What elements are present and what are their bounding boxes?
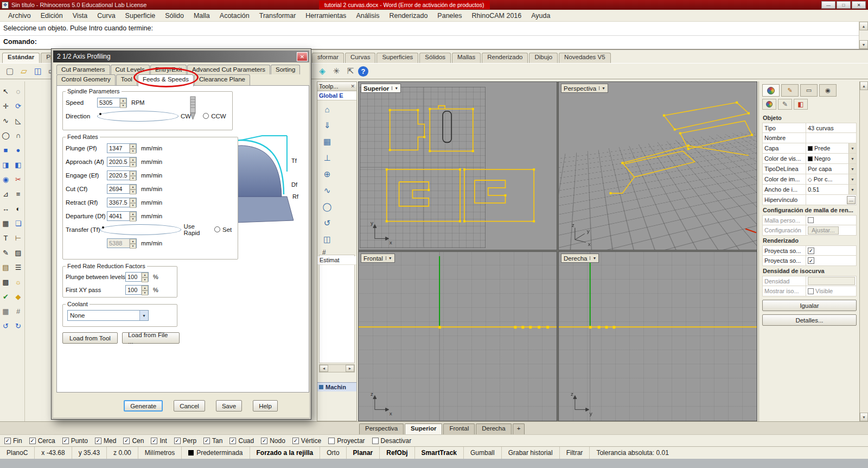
osnap-item[interactable]: Int (151, 437, 167, 445)
menu-ayuda[interactable]: Ayuda (526, 11, 555, 21)
new-file-icon[interactable]: ▢ (3, 65, 16, 78)
object-properties-icon[interactable] (762, 99, 776, 110)
viewport-title-superior[interactable]: Superior▼ (361, 84, 401, 93)
osnap-item[interactable]: Proyectar (328, 437, 365, 445)
material-icon[interactable]: ◈ (316, 65, 329, 78)
osnap-checkbox[interactable] (4, 438, 11, 444)
dialog-tab-cut-parameters[interactable]: Cut Parameters (56, 65, 110, 74)
trim-icon[interactable]: ✂ (12, 174, 24, 185)
tab-estandar[interactable]: Estándar (2, 53, 40, 63)
fillet-icon[interactable]: ⊿ (0, 188, 11, 200)
feed-rate-input[interactable]: 2694▲▼ (107, 184, 137, 194)
menu-herramientas[interactable]: Herramientas (301, 11, 351, 21)
toolpath-hscrollbar[interactable]: ◄ ► (319, 364, 355, 372)
curve-geometry[interactable] (387, 106, 534, 222)
detalles-button[interactable]: Detalles... (762, 314, 857, 326)
menu-transformar[interactable]: Transformar (254, 11, 301, 21)
spinner-arrows[interactable]: ▲▼ (129, 157, 136, 166)
circle-icon[interactable]: ◯ (0, 130, 11, 141)
help-icon[interactable]: ? (358, 66, 368, 77)
spinner-arrows[interactable]: ▲▼ (129, 212, 136, 220)
nombre-input[interactable] (806, 133, 856, 143)
statusbar-y[interactable]: y 35.43 (72, 447, 107, 459)
viewport-canvas-frontal[interactable]: z x (359, 252, 557, 421)
display-color-select[interactable]: Negro▼ (806, 154, 856, 163)
statusbar-layer[interactable]: Predeterminada (182, 447, 250, 459)
machining-icon[interactable]: ∿ (321, 185, 334, 197)
tab-transformar[interactable]: sformar (312, 53, 344, 63)
selection-brush-icon[interactable]: ◌ (12, 86, 24, 97)
viewport-menu-icon[interactable]: ▼ (386, 256, 392, 260)
osnap-checkbox[interactable] (372, 438, 379, 444)
osnap-item[interactable]: Desactivar (372, 437, 412, 445)
tab-solidos[interactable]: Sólidos (419, 53, 451, 63)
spinner-arrows[interactable]: ▲▼ (141, 273, 148, 281)
dialog-tab-sorting[interactable]: Sorting (271, 65, 300, 74)
panel-close-icon[interactable]: ✕ (350, 84, 355, 89)
menu-edicion[interactable]: Edición (36, 11, 68, 21)
mesh-settings-button[interactable]: Ajustar... (806, 225, 856, 235)
polyline-icon[interactable]: ◺ (12, 115, 24, 127)
dialog-titlebar[interactable]: 2 1/2 Axis Profiling ✕ (53, 50, 309, 62)
tab-dibujo[interactable]: Dibujo (529, 53, 558, 63)
save-button[interactable]: Save (216, 400, 242, 412)
toolpath-list[interactable] (319, 255, 355, 363)
coolant-select[interactable]: None ▼ (67, 310, 149, 321)
osnap-item[interactable]: Tan (203, 437, 222, 445)
group-icon[interactable]: ❏ (12, 218, 24, 229)
menu-renderizado[interactable]: Renderizado (384, 11, 432, 21)
menu-acotacion[interactable]: Acotación (215, 11, 254, 21)
gumball-icon[interactable]: ⇱ (344, 65, 357, 78)
redo-icon[interactable]: ↻ (12, 320, 24, 332)
viewport-canvas-superior[interactable]: y x (359, 82, 557, 250)
spinner-arrows[interactable]: ▲▼ (129, 144, 136, 153)
paint-bucket-icon[interactable]: ◧ (794, 99, 808, 110)
dropdown-icon[interactable]: ▼ (848, 164, 856, 174)
casts-shadows-checkbox[interactable] (806, 246, 856, 255)
statusbar-filter[interactable]: Filtrar (560, 447, 590, 459)
help-button[interactable]: Help (253, 400, 278, 412)
feed-rate-input[interactable]: 3367.5▲▼ (107, 198, 137, 207)
boolean-icon[interactable]: ◉ (0, 174, 11, 185)
viewport-tab-new[interactable]: + (513, 423, 525, 434)
feed-rate-input[interactable]: 1347▲▼ (107, 143, 137, 153)
osnap-item[interactable]: Cuad (229, 437, 254, 445)
statusbar-cplane[interactable]: PlanoC (0, 447, 35, 459)
statusbar-gumball[interactable]: Gumball (464, 447, 502, 459)
offset-icon[interactable]: ≡ (12, 188, 24, 200)
slot-curve[interactable] (443, 111, 451, 143)
dropdown-icon[interactable]: ▼ (848, 143, 856, 153)
statusbar-units[interactable]: Milímetros (138, 447, 182, 459)
hyperlink-input[interactable]: ... (806, 195, 856, 205)
feed-rate-input[interactable]: 2020.5▲▼ (107, 157, 137, 167)
minimize-button[interactable]: — (821, 1, 835, 9)
machining-info-header[interactable]: Machin (317, 382, 356, 391)
osnap-item[interactable]: Punto (62, 437, 88, 445)
sphere-icon[interactable]: ● (12, 144, 24, 156)
dialog-tab-cut-levels[interactable]: Cut Levels (111, 65, 150, 74)
text-icon[interactable]: T (0, 232, 11, 244)
show-isocurves-checkbox[interactable]: Visible (806, 286, 856, 296)
feed-rate-input[interactable]: 4041▲▼ (107, 211, 137, 221)
titlebar[interactable]: ❖ Sin título - Rhinoceros 5.0 Educationa… (0, 0, 868, 10)
tab-renderizado[interactable]: Renderizado (482, 53, 528, 63)
dropdown-icon[interactable]: ▼ (139, 311, 148, 320)
menu-paneles[interactable]: Paneles (432, 11, 467, 21)
dialog-tab-control-geometry[interactable]: Control Geometry (56, 74, 116, 86)
camera-tab-icon[interactable]: ◉ (819, 84, 837, 97)
viewport-tab-perspectiva[interactable]: Perspectiva (359, 423, 404, 434)
igualar-button[interactable]: Igualar (762, 300, 857, 311)
grid-icon[interactable]: ▦ (0, 306, 11, 317)
osnap-checkbox[interactable] (261, 438, 267, 444)
cylinder-icon[interactable]: ◨ (0, 159, 11, 170)
spinner-arrows[interactable]: ▲▼ (141, 286, 148, 294)
properties-tab-icon[interactable] (762, 84, 780, 97)
scroll-down-icon[interactable]: ▼ (859, 40, 868, 49)
reduction-input[interactable]: 100▲▼ (125, 272, 149, 282)
tab-superficies[interactable]: Superficies (376, 53, 418, 63)
print-width-select[interactable]: 0.51▼ (806, 185, 856, 194)
osnap-checkbox[interactable] (62, 438, 69, 444)
osnap-checkbox[interactable] (174, 438, 181, 444)
reduction-input[interactable]: 100▲▼ (125, 285, 149, 295)
save-icon[interactable]: ◫ (321, 233, 334, 245)
